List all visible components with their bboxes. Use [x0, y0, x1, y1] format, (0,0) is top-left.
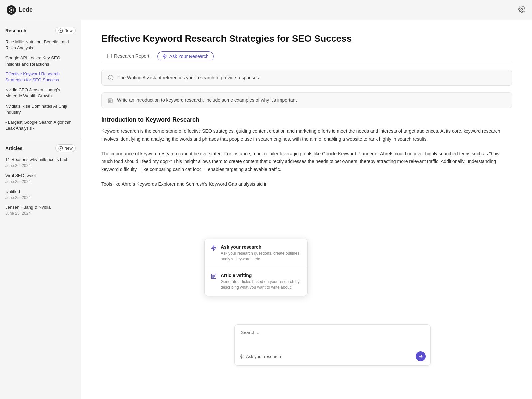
sidebar-item-research-1[interactable]: Google API Leaks: Key SEO Insights and R…	[0, 53, 81, 69]
dropdown-ask-content: Ask your research Ask your research ques…	[221, 244, 301, 262]
ask-footer-text: Ask your research	[246, 354, 281, 359]
sidebar-item-article-1[interactable]: Viral SEO tweet June 25, 2024	[0, 171, 81, 187]
dropdown-article-content: Article writing Generate articles based …	[221, 273, 301, 290]
sparkle-icon	[162, 54, 167, 59]
prompt-box: Write an introduction to keyword researc…	[101, 92, 512, 108]
ask-footer-icon	[239, 354, 244, 359]
dropdown-item-article[interactable]: Article writing Generate articles based …	[205, 267, 307, 296]
tab-ask-label: Ask Your Research	[169, 54, 209, 59]
paragraph-2: The importance of keyword research canno…	[101, 150, 512, 174]
svg-point-2	[521, 8, 523, 10]
sidebar-item-article-3[interactable]: Jensen Huang & Nvidia June 25, 2024	[0, 202, 81, 218]
new-article-button[interactable]: New	[55, 144, 76, 152]
prompt-icon	[108, 98, 113, 103]
sidebar-item-article-2[interactable]: Untitled June 25, 2024	[0, 187, 81, 202]
articles-section-header: Articles New	[0, 143, 81, 155]
research-section-header: Research New	[0, 25, 81, 37]
sidebar-divider	[0, 140, 81, 140]
tab-ask-research[interactable]: Ask Your Research	[157, 51, 214, 61]
send-arrow-icon	[418, 354, 423, 359]
dropdown-item-ask[interactable]: Ask your research Ask your research ques…	[205, 239, 307, 267]
page-title: Effective Keyword Research Strategies fo…	[101, 33, 512, 44]
sidebar-item-research-3[interactable]: Nvidia CEO Jensen Huang's Meteoric Wealt…	[0, 85, 81, 101]
sidebar-item-research-4[interactable]: Nvidia's Rise Dominates AI Chip Industry	[0, 101, 81, 117]
info-icon	[108, 75, 114, 81]
ask-input-footer: Ask your research	[235, 349, 430, 365]
logo: Lede	[7, 5, 33, 15]
dropdown-article-desc: Generate articles based on your research…	[221, 279, 301, 290]
dropdown-article-title: Article writing	[221, 273, 301, 278]
gear-icon[interactable]	[518, 6, 525, 14]
prompt-text: Write an introduction to keyword researc…	[117, 97, 297, 103]
ask-footer-label: Ask your research	[239, 354, 281, 359]
paragraph-3: Tools like Ahrefs Keywords Explorer and …	[101, 180, 512, 188]
tab-research-report[interactable]: Research Report	[101, 51, 155, 62]
sidebar-item-research-0[interactable]: Rice Milk: Nutrition, Benefits, and Risk…	[0, 37, 81, 53]
report-icon	[107, 53, 112, 59]
articles-label: Articles	[5, 146, 22, 151]
research-label: Research	[5, 28, 26, 33]
logo-icon	[7, 5, 16, 15]
info-banner: The Writing Assistant references your re…	[101, 70, 512, 86]
new-article-label: New	[64, 146, 73, 151]
svg-marker-26	[240, 354, 244, 358]
article-writing-icon	[211, 273, 217, 281]
svg-marker-21	[211, 245, 216, 250]
sidebar: Research New Rice Milk: Nutrition, Benef…	[0, 20, 81, 399]
new-research-button[interactable]: New	[55, 27, 76, 34]
svg-marker-13	[163, 54, 167, 58]
top-bar: Lede	[0, 0, 532, 20]
app-name: Lede	[19, 6, 33, 13]
info-text: The Writing Assistant references your re…	[118, 75, 260, 80]
dropdown-ask-desc: Ask your research questions, create outl…	[221, 251, 301, 262]
tab-report-label: Research Report	[114, 53, 149, 59]
paragraph-1: Keyword research is the cornerstone of e…	[101, 127, 512, 143]
content-area: Effective Keyword Research Strategies fo…	[81, 20, 532, 399]
svg-point-1	[10, 9, 12, 11]
sidebar-item-article-0[interactable]: 11 Reasons why milk rice is bad June 26,…	[0, 155, 81, 171]
ask-textarea[interactable]	[235, 325, 430, 348]
dropdown-popup: Ask your research Ask your research ques…	[204, 239, 308, 296]
research-section: Research New Rice Milk: Nutrition, Benef…	[0, 25, 81, 133]
sidebar-item-research-2[interactable]: Effective Keyword Research Strategies fo…	[0, 69, 81, 85]
ask-send-button[interactable]	[416, 351, 426, 361]
tab-bar: Research Report Ask Your Research	[101, 51, 512, 62]
articles-section: Articles New 11 Reasons why milk rice is…	[0, 143, 81, 218]
new-research-label: New	[64, 28, 73, 33]
dropdown-ask-title: Ask your research	[221, 244, 301, 250]
section-title: Introduction to Keyword Research	[101, 116, 512, 123]
ask-input-container: Ask your research	[234, 324, 431, 366]
sidebar-item-research-5[interactable]: - Largest Google Search Algorithm Leak A…	[0, 117, 81, 133]
ask-research-icon	[211, 245, 217, 253]
